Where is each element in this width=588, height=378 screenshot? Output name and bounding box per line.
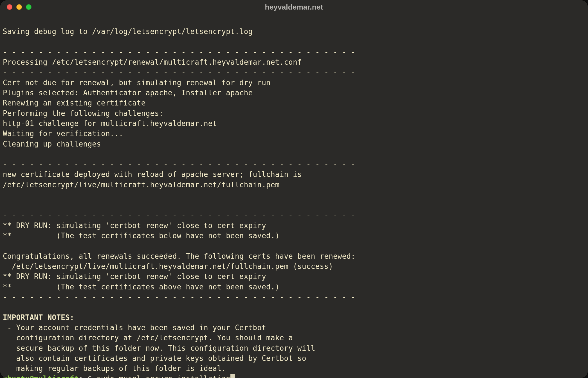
terminal-line: Congratulations, all renewals succeeded.… <box>3 252 355 260</box>
terminal-line: Waiting for verification... <box>3 129 123 138</box>
terminal-line: Cert not due for renewal, but simulating… <box>3 78 271 87</box>
window-title: heyvaldemar.net <box>0 3 588 11</box>
prompt-host: multicraft <box>34 374 79 378</box>
prompt-line[interactable]: ubuntu@multicraft:~$ sudo mysql_secure_i… <box>3 374 235 378</box>
terminal-line: Renewing an existing certificate <box>3 99 146 107</box>
command-input[interactable]: sudo mysql_secure_installation <box>96 374 230 378</box>
terminal-line: - - - - - - - - - - - - - - - - - - - - … <box>3 68 355 76</box>
terminal-line: Cleaning up challenges <box>3 140 101 148</box>
terminal-line: Performing the following challenges: <box>3 109 163 118</box>
terminal-line: - Your account credentials have been sav… <box>3 323 266 332</box>
terminal-line: - - - - - - - - - - - - - - - - - - - - … <box>3 48 355 56</box>
cursor-icon <box>230 374 235 378</box>
terminal-line: ** (The test certificates above have not… <box>3 283 280 291</box>
prompt-at: @ <box>30 374 34 378</box>
prompt-dollar: $ <box>87 374 92 378</box>
terminal-line: Saving debug log to /var/log/letsencrypt… <box>3 27 253 36</box>
terminal-line: http-01 challenge for multicraft.heyvald… <box>3 119 217 128</box>
terminal-line: /etc/letsencrypt/live/multicraft.heyvald… <box>3 181 280 189</box>
terminal-line: ** DRY RUN: simulating 'certbot renew' c… <box>3 221 266 230</box>
terminal-line: - - - - - - - - - - - - - - - - - - - - … <box>3 211 355 220</box>
terminal-line: Plugins selected: Authenticator apache, … <box>3 89 253 97</box>
terminal-line: ** DRY RUN: simulating 'certbot renew' c… <box>3 272 266 281</box>
terminal-line: Processing /etc/letsencrypt/renewal/mult… <box>3 58 302 66</box>
terminal-line: making regular backups of this folder is… <box>3 364 226 373</box>
terminal-window: heyvaldemar.net Saving debug log to /var… <box>0 0 588 378</box>
prompt-user: ubuntu <box>3 374 30 378</box>
terminal-line: - - - - - - - - - - - - - - - - - - - - … <box>3 160 355 168</box>
terminal-line: configuration directory at /etc/letsencr… <box>3 334 293 342</box>
terminal-line: - - - - - - - - - - - - - - - - - - - - … <box>3 293 355 301</box>
terminal-line: new certificate deployed with reload of … <box>3 170 302 179</box>
prompt-path: ~ <box>83 374 88 378</box>
terminal-viewport[interactable]: Saving debug log to /var/log/letsencrypt… <box>3 16 585 378</box>
terminal-line: secure backup of this folder now. This c… <box>3 344 315 352</box>
important-notes-heading: IMPORTANT NOTES: <box>3 313 74 322</box>
terminal-line: /etc/letsencrypt/live/multicraft.heyvald… <box>3 262 333 271</box>
terminal-line: ** (The test certificates below have not… <box>3 231 280 240</box>
prompt-separator: : <box>79 374 83 378</box>
terminal-line: also contain certificates and private ke… <box>3 354 306 363</box>
titlebar: heyvaldemar.net <box>0 0 588 14</box>
